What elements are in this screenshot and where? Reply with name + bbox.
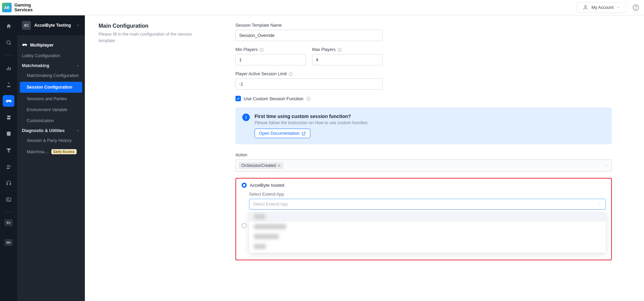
max-players-input[interactable] [312,54,383,65]
workspace-switcher[interactable]: AC AccelByte Testing [17,15,85,35]
info-body: Please follow the instruction on How to … [255,120,369,125]
brand-name: Gaming Services [14,3,33,13]
workspace-avatar: AC [22,21,31,30]
nav-section-multiplayer: Multiplayer [17,39,85,50]
svg-rect-10 [7,198,11,201]
svg-point-9 [9,165,11,167]
my-account-button[interactable]: My Account [577,2,626,13]
early-access-badge: Early Access [51,149,77,154]
action-label: Action [235,153,612,157]
open-documentation-button[interactable]: Open Documentation [255,129,310,138]
rail-ex-badge[interactable]: Ex [4,219,13,226]
svg-rect-4 [7,68,7,70]
external-link-icon [301,131,306,136]
rail-game-icon[interactable] [3,95,14,107]
extend-app-dropdown: aug-0 matchmaker-ovr mm-override test01 [249,210,606,253]
info-icon [306,96,311,101]
extend-app-select[interactable]: Select Extend App [249,199,606,210]
user-icon [582,4,589,11]
rail-terminal-icon[interactable] [3,194,14,205]
dropdown-option[interactable]: mm-override [249,232,606,241]
use-custom-checkbox-row[interactable]: Use Custom Session Function [235,96,612,101]
account-label: My Account [591,5,614,10]
min-players-input[interactable] [235,54,306,65]
rail-support-icon[interactable] [3,177,14,189]
rail-ms-badge[interactable]: Ms [4,239,13,246]
rail-users-icon[interactable] [3,161,14,172]
action-tag: OnSessionCreated ✕ [239,162,283,169]
nav-matchmaking-config[interactable]: Matchmaking Configuration [17,70,85,81]
nav-diagnostic-group[interactable]: Diagnostic & Utilities [17,126,85,135]
dropdown-option[interactable]: matchmaker-ovr [249,222,606,232]
workspace-name: AccelByte Testing [34,23,73,28]
svg-point-8 [7,165,9,166]
chevron-down-icon [76,23,80,27]
radio-selected-icon [242,183,247,188]
brand-line2: Services [14,8,33,12]
brand: AB Gaming Services [0,3,33,13]
rail-home-icon[interactable] [3,20,14,32]
help-icon[interactable] [632,4,639,11]
dropdown-option[interactable]: test01 [249,241,606,251]
rail-launcher-icon[interactable] [3,79,14,90]
chevron-up-icon [76,129,80,133]
secondary-radio[interactable] [242,223,247,228]
nav-section-label: Multiplayer [30,42,54,48]
nav-sessions-parties[interactable]: Sessions and Parties [17,93,85,104]
svg-rect-6 [10,67,11,70]
main-content: Main Configuration Please fill in the ma… [85,15,644,301]
nav-matchma[interactable]: Matchma… Early Access [17,146,85,157]
radio-label: AccelByte hosted [250,183,284,188]
page-title: Main Configuration [99,23,208,29]
chevron-up-icon [76,64,80,68]
gamepad-icon [22,42,27,48]
chevron-down-icon [616,5,620,10]
info-circle-icon: i [242,114,250,121]
session-template-input[interactable] [235,30,383,41]
svg-point-2 [635,9,636,9]
rail-analytics-icon[interactable] [3,62,14,74]
rail-database-icon[interactable] [3,128,14,140]
top-bar: AB Gaming Services My Account [0,0,644,15]
info-icon [337,48,342,52]
chevron-down-icon [598,202,602,206]
checkbox-checked-icon [235,96,241,101]
info-icon [288,72,293,76]
active-limit-input[interactable] [235,78,383,90]
nav-env-variable[interactable]: Environment Variable [17,104,85,115]
info-icon [259,48,264,52]
action-select[interactable]: OnSessionCreated ✕ [235,159,612,172]
session-template-label: Session Template Name [235,23,612,28]
info-banner: i First time using custom session functi… [235,107,612,144]
use-custom-label: Use Custom Session Function [244,96,304,101]
chevron-down-icon [605,163,609,168]
select-extend-label: Select Extend App [249,192,606,197]
accelbyte-hosted-radio[interactable]: AccelByte hosted [242,183,606,188]
nav-matchmaking-group[interactable]: Matchmaking [17,61,85,70]
rail-store-icon[interactable] [3,112,14,123]
max-players-label: Max Players [312,47,383,52]
min-players-label: Min Players [235,47,306,52]
svg-point-3 [7,40,10,44]
rail-search-icon[interactable] [3,37,14,48]
page-subtitle: Please fill in the main configuration of… [99,31,208,44]
remove-tag-icon[interactable]: ✕ [278,163,281,168]
active-limit-label: Player Active Session Limit [235,71,612,76]
dropdown-option[interactable]: aug-0 [249,212,606,222]
nav-customization[interactable]: Customization [17,115,85,126]
doc-btn-label: Open Documentation [259,131,299,136]
nav-session-config[interactable]: Session Configuration [20,82,82,93]
highlight-region: AccelByte hosted Select Extend App Selec… [235,178,612,260]
nav-group-label: Diagnostic & Utilities [22,128,65,133]
nav-matchma-label: Matchma… [27,149,49,154]
icon-rail: Ex Ms [0,15,17,301]
brand-line1: Gaming [14,3,33,8]
brand-logo-icon: AB [2,3,12,12]
svg-point-0 [584,5,587,8]
nav-session-history[interactable]: Session & Party History [17,135,85,146]
extend-app-placeholder: Select Extend App [253,202,288,207]
nav-lobby-config[interactable]: Lobby Configuration [17,50,85,61]
rail-trophy-icon[interactable] [3,144,14,156]
sidebar: AC AccelByte Testing Multiplayer Lobby C… [17,15,85,301]
svg-rect-5 [8,67,9,70]
